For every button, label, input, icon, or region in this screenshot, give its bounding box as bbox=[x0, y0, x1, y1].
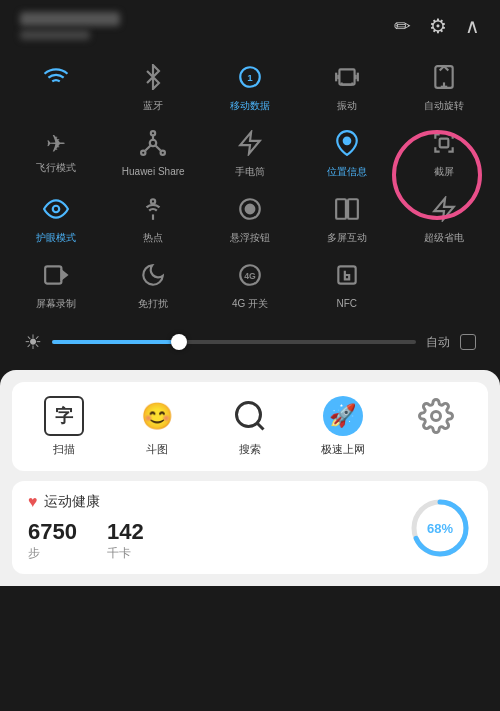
svg-rect-27 bbox=[46, 266, 62, 283]
svg-marker-26 bbox=[434, 198, 454, 220]
settings-icon[interactable]: ⚙ bbox=[429, 14, 447, 38]
vibration-icon bbox=[334, 64, 360, 96]
qs-item-flashlight[interactable]: 手电筒 bbox=[204, 122, 297, 184]
qa-grid: 字 扫描 😊 斗图 搜索 🚀 极速上网 bbox=[18, 392, 482, 461]
svg-point-32 bbox=[236, 403, 260, 427]
quick-actions-card: 字 扫描 😊 斗图 搜索 🚀 极速上网 bbox=[12, 382, 488, 471]
vibration-label: 振动 bbox=[337, 100, 357, 112]
qs-item-vibration[interactable]: 振动 bbox=[300, 56, 393, 118]
qs-item-auto-rotate[interactable]: 自动旋转 bbox=[397, 56, 490, 118]
qa-item-emoji[interactable]: 😊 斗图 bbox=[111, 392, 204, 461]
qa-item-settings[interactable] bbox=[389, 392, 482, 461]
health-info: ♥ 运动健康 6750 步 142 千卡 bbox=[28, 493, 408, 562]
fast-net-label: 极速上网 bbox=[321, 442, 365, 457]
qs-item-bluetooth[interactable]: 蓝牙 bbox=[107, 56, 200, 118]
bluetooth-label: 蓝牙 bbox=[143, 100, 163, 112]
edit-icon[interactable]: ✏ bbox=[394, 14, 411, 38]
qs-item-hotspot[interactable]: 热点 bbox=[107, 188, 200, 250]
qs-item-power-save[interactable]: 超级省电 bbox=[397, 188, 490, 250]
wifi-icon bbox=[43, 64, 69, 96]
search-label: 搜索 bbox=[239, 442, 261, 457]
svg-point-34 bbox=[431, 412, 440, 421]
brightness-slider-thumb bbox=[171, 334, 187, 350]
qs-item-4g-switch[interactable]: 4G 4G 开关 bbox=[204, 254, 297, 316]
auto-rotate-icon bbox=[431, 64, 457, 96]
health-steps: 6750 步 bbox=[28, 519, 77, 562]
health-steps-unit: 步 bbox=[28, 545, 77, 562]
header-icons: ✏ ⚙ ∧ bbox=[394, 14, 480, 38]
hotspot-icon bbox=[140, 196, 166, 228]
health-calories: 142 千卡 bbox=[107, 519, 144, 562]
qs-item-wifi[interactable] bbox=[10, 56, 103, 118]
qs-item-airplane[interactable]: ✈ 飞行模式 bbox=[10, 122, 103, 184]
flashlight-label: 手电筒 bbox=[235, 166, 265, 178]
hotspot-label: 热点 bbox=[143, 232, 163, 244]
location-label: 位置信息 bbox=[327, 166, 367, 178]
airplane-icon: ✈ bbox=[46, 130, 66, 158]
screenshot-label: 截屏 bbox=[434, 166, 454, 178]
bottom-cards: 字 扫描 😊 斗图 搜索 🚀 极速上网 bbox=[0, 370, 500, 586]
qs-item-mobile-data[interactable]: 1 移动数据 bbox=[204, 56, 297, 118]
qs-item-location[interactable]: 位置信息 bbox=[300, 122, 393, 184]
dnd-icon bbox=[140, 262, 166, 294]
qs-item-nfc[interactable]: NFC bbox=[300, 254, 393, 316]
dnd-label: 免打扰 bbox=[138, 298, 168, 310]
qs-item-screen-record[interactable]: 屏幕录制 bbox=[10, 254, 103, 316]
qs-item-floating-button[interactable]: 悬浮按钮 bbox=[204, 188, 297, 250]
nfc-label: NFC bbox=[337, 298, 358, 310]
eye-protection-icon bbox=[43, 196, 69, 228]
brightness-auto-checkbox[interactable] bbox=[460, 334, 476, 350]
health-calories-unit: 千卡 bbox=[107, 545, 144, 562]
qs-item-dnd[interactable]: 免打扰 bbox=[107, 254, 200, 316]
health-progress: 68% bbox=[408, 496, 472, 560]
health-progress-pct: 68% bbox=[427, 520, 453, 535]
qs-item-eye-protection[interactable]: 护眼模式 bbox=[10, 188, 103, 250]
qa-item-scan[interactable]: 字 扫描 bbox=[18, 392, 111, 461]
svg-line-33 bbox=[257, 423, 264, 430]
scan-label: 扫描 bbox=[53, 442, 75, 457]
quick-settings-panel: 蓝牙 1 移动数据 振动 bbox=[0, 48, 500, 368]
qs-item-screenshot[interactable]: 截屏 bbox=[397, 122, 490, 184]
mobile-data-icon: 1 bbox=[237, 64, 263, 96]
qa-item-fast-net[interactable]: 🚀 极速上网 bbox=[296, 392, 389, 461]
screen-record-label: 屏幕录制 bbox=[36, 298, 76, 310]
scan-icon: 字 bbox=[44, 396, 84, 436]
brightness-slider-fill bbox=[52, 340, 179, 344]
floating-button-icon bbox=[237, 196, 263, 228]
mobile-data-label: 移动数据 bbox=[230, 100, 270, 112]
auto-rotate-label: 自动旋转 bbox=[424, 100, 464, 112]
airplane-label: 飞行模式 bbox=[36, 162, 76, 174]
header-left bbox=[20, 12, 120, 40]
search-icon bbox=[230, 396, 270, 436]
svg-point-11 bbox=[141, 151, 145, 155]
emoji-label: 斗图 bbox=[146, 442, 168, 457]
screenshot-icon bbox=[431, 130, 457, 162]
fast-net-icon: 🚀 bbox=[323, 396, 363, 436]
location-icon bbox=[334, 130, 360, 162]
svg-rect-18 bbox=[439, 139, 448, 148]
qs-item-multiscreen[interactable]: 多屏互动 bbox=[300, 188, 393, 250]
health-heart-icon: ♥ bbox=[28, 493, 38, 511]
svg-rect-25 bbox=[348, 199, 358, 219]
health-card: ♥ 运动健康 6750 步 142 千卡 68% bbox=[12, 481, 488, 574]
top-header: ✏ ⚙ ∧ bbox=[0, 0, 500, 48]
health-calories-value: 142 bbox=[107, 519, 144, 545]
qa-item-search[interactable]: 搜索 bbox=[204, 392, 297, 461]
svg-point-12 bbox=[161, 151, 165, 155]
screen-record-icon bbox=[43, 262, 69, 294]
power-save-icon bbox=[431, 196, 457, 228]
power-save-label: 超级省电 bbox=[424, 232, 464, 244]
multiscreen-icon bbox=[334, 196, 360, 228]
qs-row-3: 护眼模式 热点 悬浮按钮 bbox=[10, 188, 490, 250]
health-stats: 6750 步 142 千卡 bbox=[28, 519, 408, 562]
collapse-icon[interactable]: ∧ bbox=[465, 14, 480, 38]
qs-row-1: 蓝牙 1 移动数据 振动 bbox=[10, 56, 490, 118]
brightness-slider-track[interactable] bbox=[52, 340, 416, 344]
qs-item-huawei-share[interactable]: Huawei Share bbox=[107, 122, 200, 184]
multiscreen-label: 多屏互动 bbox=[327, 232, 367, 244]
svg-line-14 bbox=[146, 145, 151, 150]
svg-line-15 bbox=[155, 145, 160, 150]
svg-point-10 bbox=[151, 131, 155, 135]
eye-protection-label: 护眼模式 bbox=[36, 232, 76, 244]
health-title: 运动健康 bbox=[44, 493, 100, 511]
